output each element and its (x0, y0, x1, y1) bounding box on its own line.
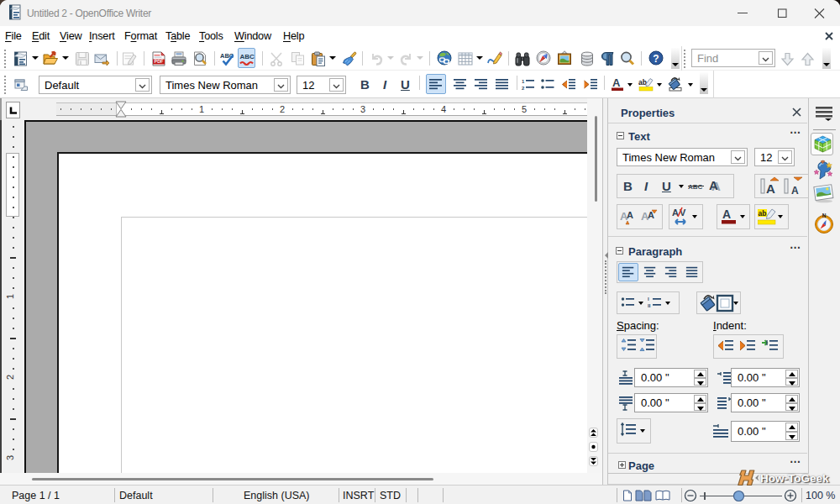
svg-text:ab: ab (759, 209, 767, 218)
svg-text:ab: ab (638, 78, 647, 87)
svg-text:A: A (612, 76, 621, 89)
svg-text:A: A (627, 210, 633, 220)
svg-text:A: A (766, 181, 775, 196)
svg-text:?: ? (653, 53, 659, 65)
svg-text:How-ToGeek: How-ToGeek (760, 472, 829, 485)
svg-text:1: 1 (522, 79, 525, 84)
svg-text:PDF: PDF (155, 59, 164, 64)
svg-text:2: 2 (522, 86, 525, 91)
svg-text:II: II (648, 303, 651, 308)
svg-text:V: V (680, 207, 686, 218)
svg-text:I: I (648, 297, 649, 302)
svg-text:ABC: ABC (240, 53, 255, 60)
svg-text:N: N (822, 213, 827, 218)
svg-text:ABC: ABC (688, 183, 703, 191)
svg-text:A: A (709, 178, 718, 192)
svg-text:A: A (791, 185, 799, 196)
svg-text:A: A (722, 207, 731, 221)
